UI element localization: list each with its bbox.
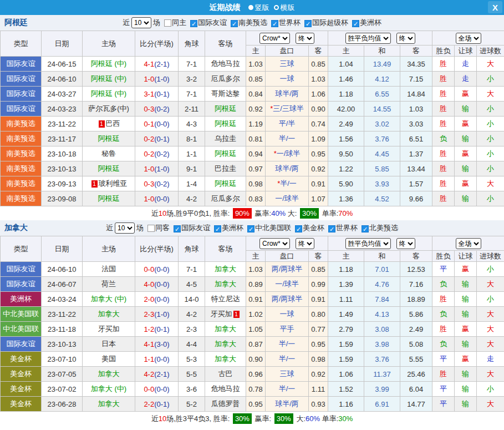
away-team-cell: 阿根廷 [205, 117, 246, 131]
table-row: 国际友谊24-03-23萨尔瓦多(中)0-3(0-2)2-11阿根廷0.92*三… [1, 102, 504, 117]
league-checkbox[interactable]: ✓ [247, 225, 254, 232]
goals-result-cell: 小 [477, 191, 504, 206]
handicap-result-cell: 赢 [455, 87, 477, 102]
same-venue-label[interactable]: 同客 [155, 223, 170, 233]
goals-result-cell: 走 [477, 352, 504, 367]
league-checkbox[interactable]: ✓ [362, 225, 369, 232]
vertical-radio-label[interactable]: 竖版 [255, 3, 269, 13]
league-checkbox-label[interactable]: 北美预选 [369, 224, 398, 232]
same-venue-checkbox[interactable] [164, 19, 171, 27]
close-icon[interactable]: X [488, 1, 502, 13]
table-row: 美金杯23-07-02加拿大 (中)0-0(0-0)3-6危地马拉0.78半/一… [1, 382, 504, 397]
score-cell: 4-1(2-1) [135, 57, 179, 72]
odds-company-select[interactable]: Crow* [259, 33, 290, 44]
table-row: 国际友谊24-06-10法国0-0(0-0)7-1加拿大1.03两/两球半0.8… [1, 262, 504, 277]
goals-result-cell: 小 [477, 382, 504, 397]
away-team-cell: 牙买加1 [205, 307, 246, 322]
league-checkbox[interactable]: ✓ [271, 20, 278, 27]
summary-segment: 30% [338, 414, 353, 423]
filter-controls: 近 10 场 同主 ✓国际友谊✓南美预选✓世界杯✓国际超级杯✓美洲杯 [123, 17, 381, 28]
avg-select[interactable]: 胜平负均值 [345, 238, 391, 249]
avg-draw-cell: 5.85 [364, 161, 400, 176]
sub-header-odds-away: 客 [309, 251, 328, 262]
fullmatch-select[interactable]: 全场 [456, 238, 481, 249]
league-checkbox-label[interactable]: 国际友谊 [198, 18, 227, 27]
results-table: 类型 日期 主场 比分(半场) 角球 客场 Crow*终 胜平负均值终 全场 主… [0, 31, 504, 206]
league-checkbox[interactable]: ✓ [190, 20, 197, 27]
same-venue-checkbox[interactable] [147, 225, 155, 232]
recent-count-select[interactable]: 10 [115, 222, 135, 234]
away-team-cell: 加拿大 [205, 322, 246, 337]
avg-select[interactable]: 胜平负均值 [345, 33, 391, 44]
league-checkbox[interactable]: ✓ [352, 20, 359, 27]
corner-cell: 7-1 [179, 87, 205, 102]
handicap-result-cell: 输 [455, 307, 477, 322]
league-checkbox-label[interactable]: 美洲杯 [360, 18, 381, 27]
league-checkbox-label[interactable]: 中北美国联 [255, 224, 291, 232]
league-checkbox[interactable]: ✓ [214, 225, 221, 232]
score-cell: 0-3(0-2) [135, 102, 179, 117]
recent-count-select[interactable]: 10 [131, 17, 151, 28]
avg-draw-cell: 3.02 [364, 117, 400, 131]
avg-away-cell: 14.77 [400, 397, 432, 412]
sub-header-result: 胜负 [432, 45, 455, 57]
handicap-cell: 半/一 [266, 352, 309, 367]
date-cell: 23-09-08 [42, 191, 83, 206]
league-checkbox-label[interactable]: 世界杯 [279, 18, 301, 27]
away-odds-cell: 1.09 [309, 131, 328, 146]
league-checkbox-label[interactable]: 世界杯 [336, 224, 358, 232]
avg-final-select[interactable]: 终 [396, 238, 415, 249]
league-type-cell: 美金杯 [1, 397, 42, 412]
date-cell: 23-10-13 [42, 337, 83, 352]
league-checkbox-label[interactable]: 美洲杯 [222, 224, 243, 232]
league-checkbox-label[interactable]: 美金杯 [303, 224, 324, 232]
result-cell: 平 [432, 262, 455, 277]
same-venue-label[interactable]: 同主 [172, 18, 186, 28]
goals-result-cell: 小 [477, 292, 504, 307]
result-cell: 平 [432, 382, 455, 397]
avg-away-cell: 12.53 [400, 262, 432, 277]
summary-segment: 60% [306, 414, 320, 423]
table-row: 南美预选23-10-13阿根廷1-0(1-0)9-1巴拉圭0.97球半/两0.9… [1, 161, 504, 176]
near-label: 近 [106, 223, 113, 233]
league-checkbox[interactable]: ✓ [304, 20, 312, 27]
odds-company-select[interactable]: Crow* [259, 238, 290, 249]
home-odds-cell: 0.91 [246, 292, 266, 307]
league-checkbox[interactable]: ✓ [174, 225, 181, 232]
sub-header-handicap: 盘口 [266, 251, 309, 262]
result-cell: 负 [432, 307, 455, 322]
avg-final-select[interactable]: 终 [396, 33, 415, 44]
league-checkbox-label[interactable]: 国际超级杯 [312, 18, 348, 27]
summary-segment: 10 [159, 414, 166, 423]
summary-segment: 单率: [320, 209, 338, 217]
sub-header-goals: 进球数 [477, 45, 504, 57]
horizontal-radio[interactable] [274, 5, 279, 10]
away-odds-cell: 0.92 [309, 367, 328, 382]
league-checkbox[interactable]: ✓ [295, 225, 302, 232]
avg-home-cell: 1.59 [328, 352, 364, 367]
result-cell: 胜 [432, 161, 455, 176]
home-odds-cell: 0.90 [246, 352, 266, 367]
league-checkbox-label[interactable]: 南美预选 [238, 18, 267, 27]
fullmatch-select[interactable]: 全场 [456, 33, 481, 44]
summary-bar: 近10场,胜9平0负1, 胜率: 90% 赢率:40% 大: 30% 单率:70… [0, 206, 504, 220]
avg-away-cell: 5.55 [400, 352, 432, 367]
league-checkbox[interactable]: ✓ [231, 20, 238, 27]
odds-final-select[interactable]: 终 [296, 238, 314, 249]
horizontal-radio-label[interactable]: 横版 [281, 3, 295, 13]
away-team-cell: 巴拉圭 [205, 161, 246, 176]
avg-away-cell: 6.04 [400, 382, 432, 397]
corner-cell: 4-2 [179, 191, 205, 206]
league-checkbox-label[interactable]: 国际友谊 [181, 224, 210, 232]
section-filter-bar: 阿根廷 近 10 场 同主 ✓国际友谊✓南美预选✓世界杯✓国际超级杯✓美洲杯 [0, 15, 504, 31]
away-odds-cell: 0.77 [309, 322, 328, 337]
score-cell: 2-0(0-0) [135, 292, 179, 307]
vertical-radio[interactable] [248, 5, 253, 10]
avg-home-cell: 1.04 [328, 57, 364, 72]
score-cell: 2-3(1-0) [135, 307, 179, 322]
odds-final-select[interactable]: 终 [296, 33, 314, 44]
handicap-result-cell: 输 [455, 191, 477, 206]
corner-cell: 8-1 [179, 131, 205, 146]
league-checkbox[interactable]: ✓ [328, 225, 335, 232]
league-type-cell: 南美预选 [1, 191, 42, 206]
